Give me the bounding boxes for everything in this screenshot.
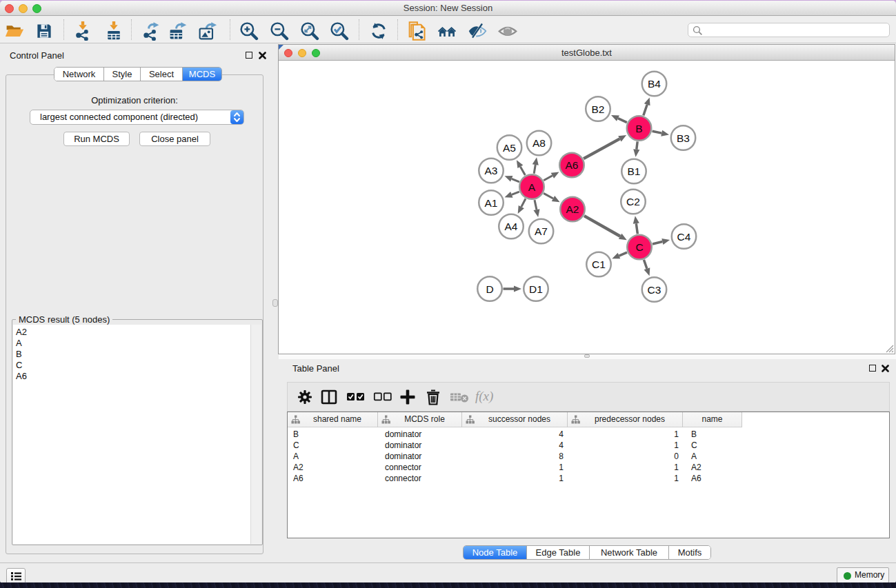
tab-network-table[interactable]: Network Table [590,546,669,559]
edge-C-C2[interactable] [636,223,637,234]
edge-B-B1[interactable] [637,141,637,149]
network-graph[interactable]: AA6A2BCA1A3A4A5A7A8B1B2B3B4C1C2C3C4DD1 [279,61,895,354]
mcds-result-item[interactable]: B [16,349,22,360]
edge-A-A6[interactable] [544,176,552,181]
task-history-button[interactable] [6,568,26,584]
export-image-icon[interactable] [198,21,217,41]
delete-columns-trash-icon[interactable] [424,388,442,406]
search-box [688,23,890,37]
run-mcds-button[interactable]: Run MCDS [63,132,130,146]
column-header-name[interactable]: name [683,412,742,427]
edge-A-A8[interactable] [534,165,535,174]
control-panel-float-icon[interactable] [246,52,252,59]
edge-C-C3[interactable] [644,260,647,269]
edge-A-A1[interactable] [512,192,519,194]
edge-C-C1[interactable] [619,252,627,256]
tab-node-table[interactable]: Node Table [464,546,527,559]
graph-node-label: C2 [626,196,640,207]
edge-A2-C[interactable] [584,216,620,236]
import-table-icon[interactable] [104,21,123,41]
edge-A-A5[interactable] [520,167,525,175]
create-network-from-selection-icon[interactable] [408,21,427,41]
cell-predecessor_nodes: 1 [568,440,679,451]
edge-arrowhead [532,157,539,165]
edge-A-A2[interactable] [544,193,553,199]
edge-B-B4[interactable] [644,105,647,116]
table-panel-title: Table Panel [292,363,339,374]
edge-A6-B[interactable] [584,139,619,159]
cell-name: A6 [691,473,742,484]
function-builder-icon[interactable]: f(x) [475,389,493,404]
main-toolbar [0,17,896,43]
zoom-out-icon[interactable] [270,21,289,41]
export-table-icon[interactable] [168,21,188,41]
save-session-icon[interactable] [34,21,54,41]
import-network-icon[interactable] [73,21,92,41]
create-new-column-icon[interactable] [399,388,417,406]
cell-shared_name: B [293,429,375,440]
select-all-columns-icon[interactable] [346,391,366,403]
graph-node-label: D1 [529,283,543,295]
frame-resize-grip[interactable] [885,344,894,353]
hide-graphics-details-icon[interactable] [468,21,487,41]
column-header-successor-nodes[interactable]: successor nodes [462,412,568,427]
table-panel-float-icon[interactable] [869,365,876,372]
edge-A-A3[interactable] [512,179,519,181]
network-window-title: testGlobe.txt [279,45,895,61]
table-row[interactable]: Adominator80A [288,451,742,462]
mcds-result-scrollbar[interactable] [250,325,261,544]
search-input[interactable] [705,24,884,36]
table-row[interactable]: A2connector11A2 [288,462,742,473]
control-panel-close-icon[interactable] [259,52,266,59]
edge-arrowhead [505,176,513,182]
mcds-result-item[interactable]: A [16,338,22,349]
edge-B-B2[interactable] [618,119,627,123]
table-row[interactable]: A6connector11A6 [288,473,742,484]
zoom-in-icon[interactable] [239,21,259,41]
memory-button[interactable]: Memory [837,567,889,583]
tab-motifs[interactable]: Motifs [669,546,710,559]
tab-mcds[interactable]: MCDS [183,68,221,81]
mcds-result-item[interactable]: A6 [16,371,27,382]
horizontal-split-grip[interactable] [584,354,590,358]
first-neighbors-icon[interactable] [437,21,457,41]
graph-node-label: A3 [485,165,498,176]
delete-table-icon[interactable] [450,392,469,403]
mcds-result-item[interactable]: A2 [16,327,27,338]
edge-A-A4[interactable] [521,199,526,207]
show-graphics-details-icon[interactable] [498,21,517,41]
close-panel-button[interactable]: Close panel [139,132,210,146]
toggle-panel-layout-icon[interactable] [320,388,338,406]
column-header-predecessor-nodes[interactable]: predecessor nodes [568,412,683,427]
zoom-selected-icon[interactable] [330,21,349,41]
tab-network[interactable]: Network [54,68,104,81]
apply-layout-icon[interactable] [369,21,388,41]
tab-select[interactable]: Select [141,68,183,81]
network-window: testGlobe.txt AA6A2BCA1A3A4A5A7A8B1B2B3B… [278,44,895,354]
column-header-shared-name[interactable]: shared name [288,412,378,427]
edge-arrowhead [644,97,650,105]
edge-C-C4[interactable] [653,241,662,243]
unselect-all-columns-icon[interactable] [373,391,392,403]
window-titlebar: Session: New Session [0,1,896,16]
tab-style[interactable]: Style [104,68,141,81]
edge-A-A7[interactable] [535,200,537,210]
export-network-icon[interactable] [141,21,161,41]
cell-successor_nodes: 1 [462,473,564,484]
table-row[interactable]: Bdominator41B [288,429,742,440]
toolbar-separator [131,19,132,40]
open-session-icon[interactable] [5,21,24,41]
column-header-MCDS-role[interactable]: MCDS role [378,412,462,427]
criterion-dropdown[interactable]: largest connected component (directed) [30,110,244,125]
graph-node-label: B2 [592,103,605,115]
tab-edge-table[interactable]: Edge Table [527,546,590,559]
optimization-criterion-label: Optimization criterion: [0,95,269,105]
graph-node-label: C3 [648,284,661,296]
table-panel-close-icon[interactable] [882,365,889,372]
edge-B-B3[interactable] [653,131,662,133]
table-options-gear-icon[interactable] [296,388,314,406]
mcds-result-item[interactable]: C [16,360,22,371]
table-row[interactable]: Cdominator41C [288,440,742,451]
vertical-split-grip[interactable] [272,299,278,307]
zoom-fit-content-icon[interactable] [300,21,319,41]
